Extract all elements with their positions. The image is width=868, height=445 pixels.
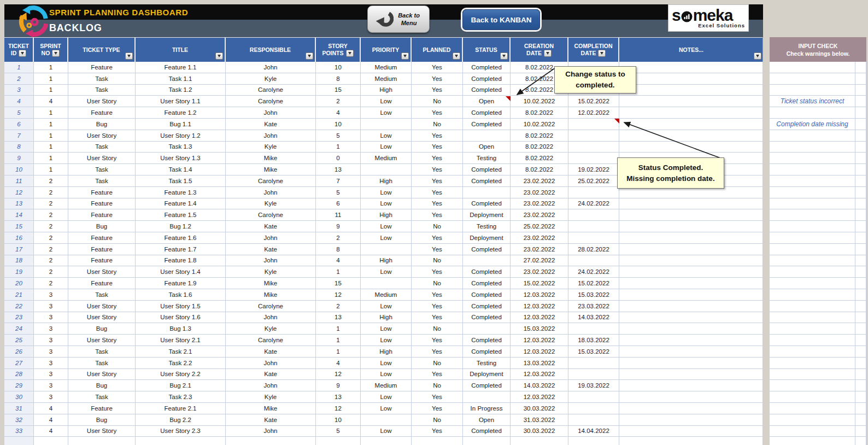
- cell-status[interactable]: Deployment: [463, 232, 511, 244]
- cell-notes[interactable]: [619, 85, 763, 96]
- cell-planned[interactable]: Yes: [412, 130, 463, 142]
- cell-ticket-id[interactable]: 3: [4, 85, 34, 96]
- cell-ticket-id[interactable]: 14: [4, 209, 34, 221]
- cell-title[interactable]: User Story 2.2: [136, 369, 226, 380]
- cell-planned[interactable]: No: [412, 221, 463, 232]
- cell-completion-date[interactable]: 25.02.2022: [568, 175, 619, 187]
- cell-sprint-no[interactable]: 2: [34, 175, 68, 187]
- cell-planned[interactable]: Yes: [412, 198, 463, 210]
- cell-responsible[interactable]: Kyle: [226, 73, 316, 85]
- cell-sprint-no[interactable]: 3: [34, 358, 68, 369]
- cell-ticket-type[interactable]: Feature: [68, 107, 136, 119]
- cell-ticket-type[interactable]: User Story: [68, 312, 136, 324]
- cell-title[interactable]: User Story 1.2: [136, 130, 226, 142]
- cell-story-points[interactable]: 6: [316, 198, 361, 210]
- cell-sprint-no[interactable]: 3: [34, 301, 68, 312]
- cell-story-points[interactable]: 1: [316, 323, 361, 335]
- cell-ticket-id[interactable]: 6: [4, 119, 34, 130]
- cell-sprint-no[interactable]: 3: [34, 312, 68, 324]
- cell-completion-date[interactable]: [568, 153, 619, 164]
- cell-status[interactable]: Completed: [463, 301, 511, 312]
- cell-responsible[interactable]: Kyle: [226, 142, 316, 153]
- cell-ticket-id[interactable]: 10: [4, 164, 34, 175]
- cell-responsible[interactable]: John: [226, 358, 316, 369]
- cell-ticket-id[interactable]: 20: [4, 278, 34, 289]
- cell-status[interactable]: Testing: [463, 358, 511, 369]
- cell-planned[interactable]: Yes: [412, 369, 463, 380]
- cell-planned[interactable]: Yes: [412, 289, 463, 301]
- cell-notes[interactable]: [619, 380, 763, 391]
- cell-story-points[interactable]: 2: [316, 96, 361, 107]
- input-check-cell[interactable]: [855, 358, 866, 369]
- cell-notes[interactable]: [619, 335, 763, 346]
- input-check-cell[interactable]: [770, 266, 855, 278]
- cell-story-points[interactable]: 9: [316, 380, 361, 391]
- cell-story-points[interactable]: 1: [316, 266, 361, 278]
- input-check-cell[interactable]: [855, 153, 866, 164]
- cell-notes[interactable]: [619, 232, 763, 244]
- cell-planned[interactable]: [412, 437, 463, 445]
- input-check-cell[interactable]: [855, 73, 866, 85]
- cell-planned[interactable]: No: [412, 96, 463, 107]
- cell-notes[interactable]: [619, 391, 763, 403]
- cell-priority[interactable]: [361, 414, 412, 426]
- cell-ticket-id[interactable]: 1: [4, 62, 34, 73]
- cell-story-points[interactable]: 4: [316, 255, 361, 267]
- cell-sprint-no[interactable]: 2: [34, 198, 68, 210]
- cell-creation-date[interactable]: 23.02.2022: [511, 266, 568, 278]
- cell-planned[interactable]: Yes: [412, 301, 463, 312]
- input-check-cell[interactable]: [855, 130, 866, 142]
- cell-status[interactable]: Completed: [463, 107, 511, 119]
- cell-ticket-id[interactable]: 27: [4, 358, 34, 369]
- cell-creation-date[interactable]: 30.03.2022: [511, 426, 568, 437]
- back-to-kanban-button[interactable]: Back to KANBAN: [462, 9, 540, 30]
- cell-title[interactable]: Task 1.5: [136, 175, 226, 187]
- input-check-cell[interactable]: [855, 289, 866, 301]
- cell-priority[interactable]: Low: [361, 358, 412, 369]
- input-check-cell[interactable]: [855, 335, 866, 346]
- cell-responsible[interactable]: Carolyne: [226, 209, 316, 221]
- cell-title[interactable]: [136, 437, 226, 445]
- cell-completion-date[interactable]: [568, 221, 619, 232]
- cell-story-points[interactable]: 4: [316, 358, 361, 369]
- input-check-cell[interactable]: [855, 175, 866, 187]
- cell-status[interactable]: [463, 391, 511, 403]
- input-check-cell[interactable]: [855, 312, 866, 324]
- cell-creation-date[interactable]: 12.03.2022: [511, 289, 568, 301]
- cell-priority[interactable]: Low: [361, 335, 412, 346]
- cell-status[interactable]: Completed: [463, 164, 511, 175]
- cell-planned[interactable]: Yes: [412, 244, 463, 255]
- input-check-cell[interactable]: [855, 255, 866, 267]
- cell-priority[interactable]: High: [361, 346, 412, 358]
- cell-creation-date[interactable]: 12.03.2022: [511, 301, 568, 312]
- cell-title[interactable]: Feature 1.1: [136, 62, 226, 73]
- cell-responsible[interactable]: John: [226, 255, 316, 267]
- cell-title[interactable]: Feature 1.2: [136, 107, 226, 119]
- cell-story-points[interactable]: 15: [316, 278, 361, 289]
- cell-story-points[interactable]: 10: [316, 414, 361, 426]
- cell-ticket-id[interactable]: 13: [4, 198, 34, 210]
- input-check-cell[interactable]: [770, 358, 855, 369]
- cell-ticket-type[interactable]: User Story: [68, 301, 136, 312]
- cell-title[interactable]: Feature 1.7: [136, 244, 226, 255]
- cell-sprint-no[interactable]: 4: [34, 403, 68, 414]
- input-check-cell[interactable]: [770, 107, 855, 119]
- cell-status[interactable]: [463, 437, 511, 445]
- cell-notes[interactable]: [619, 358, 763, 369]
- cell-planned[interactable]: Yes: [412, 85, 463, 96]
- cell-creation-date[interactable]: 8.02.2022: [511, 153, 568, 164]
- cell-title[interactable]: Bug 1.3: [136, 323, 226, 335]
- input-check-cell[interactable]: [855, 209, 866, 221]
- filter-dropdown-completion-date[interactable]: [598, 50, 606, 57]
- cell-story-points[interactable]: 8: [316, 73, 361, 85]
- cell-ticket-id[interactable]: 30: [4, 391, 34, 403]
- cell-notes[interactable]: [619, 312, 763, 324]
- cell-responsible[interactable]: Mike: [226, 289, 316, 301]
- cell-responsible[interactable]: Mike: [226, 403, 316, 414]
- cell-creation-date[interactable]: 25.02.2022: [511, 221, 568, 232]
- cell-status[interactable]: Deployment: [463, 209, 511, 221]
- cell-status[interactable]: Completed: [463, 335, 511, 346]
- cell-ticket-id[interactable]: 21: [4, 289, 34, 301]
- cell-notes[interactable]: [619, 369, 763, 380]
- cell-ticket-type[interactable]: Bug: [68, 323, 136, 335]
